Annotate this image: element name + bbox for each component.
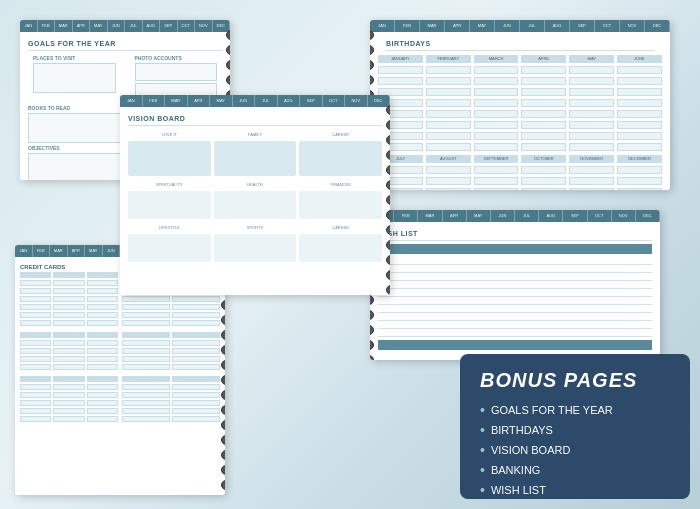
tab-jul: JUL	[125, 20, 143, 32]
tab-strip-vision: JAN FEB MAR APR MAY JUN JUL AUG SEP OCT …	[120, 95, 390, 107]
bday-row	[378, 66, 423, 74]
places-field	[33, 63, 116, 93]
tab-may: MAY	[90, 20, 108, 32]
wish-header-bar	[378, 244, 652, 254]
tab-apr: APR	[73, 20, 91, 32]
vision-cell-lifestyle	[128, 234, 211, 262]
section-places: PLACES TO VISIT	[33, 55, 116, 61]
vision-row3-labels: LIFESTYLE SPORTS CAREER	[128, 223, 382, 230]
vision-cell-spirit	[128, 191, 211, 219]
vision-cell-family	[214, 141, 297, 176]
tab-sep: SEP	[160, 20, 178, 32]
bonus-title: BONUS PAGES	[480, 369, 670, 392]
bonus-item-birthdays: BIRTHDAYS	[480, 422, 670, 438]
tab-strip-wish: JAN FEB MAR APR MAY JUN JUL AUG SEP OCT …	[370, 210, 660, 222]
tab-strip-bday: JAN FEB MAR APR MAY JUN JUL AUG SEP OCT …	[370, 20, 670, 32]
wishlist-title: WISH LIST	[378, 230, 652, 237]
bonus-list: GOALS FOR THE YEAR BIRTHDAYS VISION BOAR…	[480, 402, 670, 498]
wish-header-bar2	[378, 340, 652, 350]
bday-col-may: MAY	[569, 55, 614, 63]
vision-cell-career2	[299, 234, 382, 262]
bday-col-jun: JUNE	[617, 55, 662, 63]
vision-row3	[128, 234, 382, 262]
bonus-item-wishlist: WISH LIST	[480, 482, 670, 498]
bonus-box: BONUS PAGES GOALS FOR THE YEAR BIRTHDAYS…	[460, 354, 690, 499]
birthdays-title: BIRTHDAYS	[386, 40, 654, 47]
tab-feb: FEB	[38, 20, 56, 32]
credit-cards-title: CREDIT CARDS	[20, 264, 118, 270]
vision-row2	[128, 191, 382, 219]
vision-cell-career	[299, 141, 382, 176]
birthdays-page: JAN FEB MAR APR MAY JUN JUL AUG SEP OCT …	[370, 20, 670, 190]
page-title: GOALS FOR THE YEAR	[28, 40, 222, 47]
bday-col-mar: MARCH	[474, 55, 519, 63]
tab-mar: MAR	[55, 20, 73, 32]
vision-cell-finance	[299, 191, 382, 219]
tab-aug: AUG	[143, 20, 161, 32]
tab-jun: JUN	[108, 20, 126, 32]
tab-oct: OCT	[178, 20, 196, 32]
bday-col-apr: APRIL	[521, 55, 566, 63]
bonus-item-banking: BANKING	[480, 462, 670, 478]
vision-title: VISION BOARD	[128, 115, 382, 122]
vision-row1-labels: LOVE IT FAMILY CAREER	[128, 130, 382, 137]
bday-col-feb: FEBRUARY	[426, 55, 471, 63]
spiral-vision	[386, 105, 390, 295]
bonus-item-goals: GOALS FOR THE YEAR	[480, 402, 670, 418]
vision-row2-labels: SPIRITUALITY HEALTH FINANCES	[128, 180, 382, 187]
wishlist-page: JAN FEB MAR APR MAY JUN JUL AUG SEP OCT …	[370, 210, 660, 360]
vision-cell-sports	[214, 234, 297, 262]
vision-cell-loveit	[128, 141, 211, 176]
bonus-item-vision: VISION BOARD	[480, 442, 670, 458]
tab-strip: JAN FEB MAR APR MAY JUN JUL AUG SEP OCT …	[20, 20, 230, 32]
tab-nov: NOV	[195, 20, 213, 32]
photo-field	[135, 63, 218, 81]
vision-row1	[128, 141, 382, 176]
bday-col-jan: JANUARY	[378, 55, 423, 63]
section-books-right: PHOTO ACCOUNTS	[135, 55, 218, 61]
tab-jan: JAN	[20, 20, 38, 32]
vision-board-page: JAN FEB MAR APR MAY JUN JUL AUG SEP OCT …	[120, 95, 390, 295]
vision-cell-health	[214, 191, 297, 219]
